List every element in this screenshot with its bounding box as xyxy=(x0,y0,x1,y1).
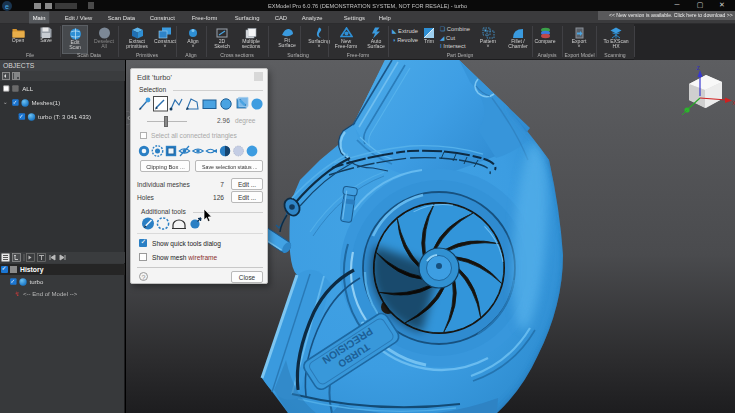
svg-text:e: e xyxy=(5,3,9,10)
